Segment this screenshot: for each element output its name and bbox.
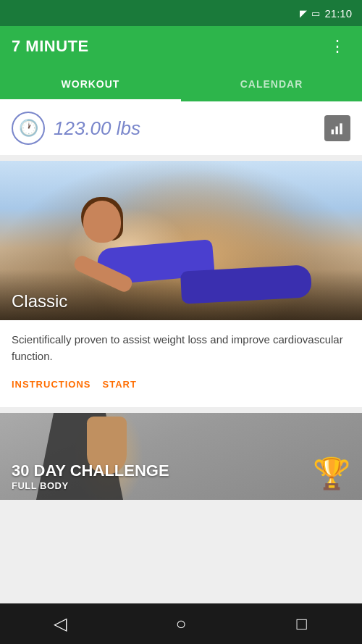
challenge-bg: 30 DAY CHALLENGE FULL BODY 🏆 [0,413,362,500]
tab-bar: WORKOUT CALENDAR [0,67,362,101]
weight-icon-circle: 🕐 [12,112,45,145]
tab-workout[interactable]: WORKOUT [0,67,181,101]
header: 7 MINUTE ⋮ [0,26,362,67]
workout-description: Scientifically proven to assist weight l… [0,320,362,370]
workout-actions: INSTRUCTIONS START [0,370,362,407]
status-icons: ◤ ▭ 21:10 [300,7,352,20]
app-title: 7 MINUTE [12,37,89,56]
svg-rect-0 [332,130,334,135]
speedometer-icon: 🕐 [19,119,38,138]
bottom-nav: ◁ ○ □ [0,603,362,644]
classic-workout-card: Classic Scientifically proven to assist … [0,161,362,407]
workout-name: Classic [12,291,67,311]
challenge-card[interactable]: 30 DAY CHALLENGE FULL BODY 🏆 [0,413,362,500]
workout-image: Classic [0,161,362,320]
chart-icon [330,121,345,135]
trophy-icon: 🏆 [313,456,350,491]
weight-value[interactable]: 123.00 lbs [54,117,140,140]
instructions-button[interactable]: INSTRUCTIONS [12,373,91,396]
weight-card: 🕐 123.00 lbs [0,101,362,155]
person-head [83,201,121,243]
content-area: 🕐 123.00 lbs Classic [0,101,362,603]
more-menu-button[interactable]: ⋮ [324,33,350,59]
chart-button[interactable] [324,115,350,141]
back-button[interactable]: ◁ [38,609,82,638]
status-bar: ◤ ▭ 21:10 [0,0,362,26]
challenge-text: 30 DAY CHALLENGE FULL BODY [12,461,169,491]
svg-rect-1 [336,127,338,135]
recents-button[interactable]: □ [280,609,324,638]
tab-calendar[interactable]: CALENDAR [181,67,362,101]
signal-icon: ◤ [300,8,307,19]
status-time: 21:10 [324,7,352,20]
challenge-title: 30 DAY CHALLENGE [12,461,169,480]
challenge-subtitle: FULL BODY [12,480,169,491]
weight-left: 🕐 123.00 lbs [12,112,140,145]
svg-rect-2 [340,123,342,134]
home-button[interactable]: ○ [159,609,203,638]
battery-icon: ▭ [311,8,320,19]
person-legs [180,264,312,304]
start-button[interactable]: START [103,373,137,396]
